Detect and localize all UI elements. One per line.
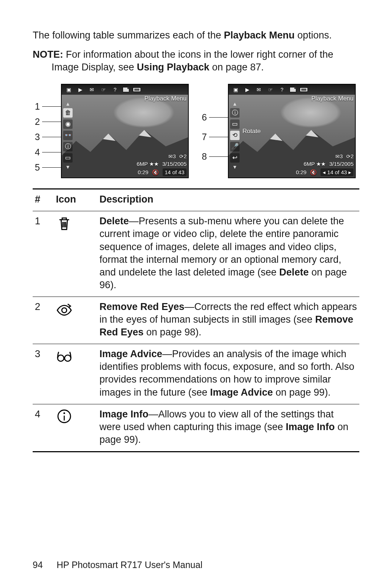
scroll-down-icon: ▼ bbox=[232, 164, 237, 170]
callout-num: 5 bbox=[33, 162, 40, 173]
hand-icon: ☞ bbox=[266, 86, 274, 93]
footer-title: HP Photosmart R717 User's Manual bbox=[57, 559, 203, 571]
menu-trash-icon: 🗑 bbox=[63, 108, 73, 118]
camera-icon: ▣ bbox=[232, 86, 240, 93]
table-row: 3 Image Advice—Provides an analysis of t… bbox=[33, 344, 359, 404]
callout: 2 bbox=[33, 116, 61, 128]
lcd-menu-column: ▲ ⓘ ▭ ⟲ 🎤 ↩ ▼ bbox=[229, 101, 241, 177]
glasses-icon bbox=[54, 344, 97, 404]
callout: 4 bbox=[33, 146, 61, 158]
osd-res: 6MP ★★ bbox=[137, 160, 159, 168]
note-label: NOTE: bbox=[33, 49, 63, 60]
lcd-osd: ✉3⟳2 6MP ★★3/15/2005 0:29🔇◂ 14 of 43 ▸ bbox=[242, 153, 354, 176]
callout: 1 bbox=[33, 101, 61, 113]
osd-counter: 14 of 43 bbox=[163, 168, 187, 176]
screenshot-pair: 1 2 3 4 5 ▣ ▶ ✉ ☞ bbox=[33, 84, 359, 178]
lcd-title: Playback Menu bbox=[311, 95, 354, 103]
cell-num: 1 bbox=[33, 211, 54, 297]
row-ref: Image Info bbox=[286, 421, 335, 432]
svg-point-7 bbox=[58, 355, 64, 361]
callout-num: 7 bbox=[200, 131, 207, 143]
callout-leader bbox=[209, 156, 228, 157]
help-icon: ? bbox=[111, 86, 119, 93]
callout-num: 4 bbox=[33, 146, 40, 158]
intro-post: options. bbox=[295, 30, 332, 41]
callouts-right: 6 7 8 bbox=[200, 84, 228, 178]
menu-glasses-icon: 👓 bbox=[63, 131, 73, 140]
row-ref: Delete bbox=[279, 267, 309, 278]
table-header-row: # Icon Description bbox=[33, 189, 359, 211]
note-paragraph: NOTE: For information about the icons in… bbox=[33, 48, 359, 74]
osd-res: 6MP ★★ bbox=[304, 160, 326, 168]
row-ref: Image Advice bbox=[210, 387, 273, 398]
sd-icon bbox=[290, 87, 296, 92]
cell-num: 2 bbox=[33, 297, 54, 344]
menu-undo-icon: ↩ bbox=[230, 153, 240, 163]
page-footer: 94 HP Photosmart R717 User's Manual bbox=[33, 559, 203, 571]
intro-pre: The following table summarizes each of t… bbox=[33, 30, 224, 41]
cell-desc: Image Info—Allows you to view all of the… bbox=[97, 404, 359, 452]
intro-paragraph: The following table summarizes each of t… bbox=[33, 29, 359, 42]
lcd-screen: ▣ ▶ ✉ ☞ ? Playback Menu ▲ 🗑 ◉ 👓 ⓘ ▭ ▼ bbox=[61, 84, 189, 178]
osd-time: 0:29 bbox=[296, 169, 306, 176]
callouts-left: 1 2 3 4 5 bbox=[33, 84, 61, 178]
redeye-icon bbox=[54, 297, 97, 344]
lcd-selected-label: Rotate bbox=[242, 127, 261, 135]
callout: 3 bbox=[33, 131, 61, 143]
col-head-num: # bbox=[33, 189, 54, 211]
row-tail: on page 99). bbox=[273, 387, 331, 398]
osd-time: 0:29 bbox=[138, 169, 148, 176]
cell-num: 3 bbox=[33, 344, 54, 404]
svg-point-8 bbox=[65, 355, 71, 361]
lcd-osd: ✉3⟳2 6MP ★★3/15/2005 0:29🔇14 of 43 bbox=[75, 153, 187, 176]
menu-info-icon: ⓘ bbox=[230, 108, 240, 118]
svg-point-6 bbox=[62, 308, 66, 313]
table-row: 4 Image Info—Allows you to view all of t… bbox=[33, 404, 359, 452]
battery-icon bbox=[133, 87, 141, 92]
help-icon: ? bbox=[278, 86, 286, 93]
osd-mail-count: ✉3 bbox=[335, 153, 343, 160]
mail-icon: ✉ bbox=[88, 86, 96, 93]
callout-num: 6 bbox=[200, 111, 207, 123]
intro-bold: Playback Menu bbox=[224, 30, 295, 41]
note-ref: Using Playback bbox=[137, 62, 209, 73]
cell-desc: Delete—Presents a sub-menu where you can… bbox=[97, 211, 359, 297]
play-icon: ▶ bbox=[76, 86, 84, 93]
options-table: # Icon Description 1 Delete—Presents a s… bbox=[33, 188, 359, 452]
callout: 8 bbox=[200, 151, 228, 163]
camera-icon: ▣ bbox=[65, 86, 73, 93]
callout-leader bbox=[209, 137, 228, 137]
osd-mail-count: ✉3 bbox=[168, 153, 176, 160]
cell-desc: Remove Red Eyes—Corrects the red effect … bbox=[97, 297, 359, 344]
col-head-icon: Icon bbox=[54, 189, 97, 211]
play-icon: ▶ bbox=[243, 86, 251, 93]
lcd-screen: ▣ ▶ ✉ ☞ ? Playback Menu ▲ ⓘ ▭ ⟲ 🎤 ↩ ▼ bbox=[228, 84, 356, 178]
callout-leader bbox=[42, 106, 61, 107]
callout-leader bbox=[42, 137, 61, 137]
page-number: 94 bbox=[33, 559, 47, 571]
callout-leader bbox=[42, 152, 61, 152]
lcd-menu-column: ▲ 🗑 ◉ 👓 ⓘ ▭ ▼ bbox=[62, 101, 74, 177]
cell-num: 4 bbox=[33, 404, 54, 452]
table-row: 1 Delete—Presents a sub-menu where you c… bbox=[33, 211, 359, 297]
scroll-down-icon: ▼ bbox=[65, 164, 70, 170]
menu-mic-icon: 🎤 bbox=[230, 142, 240, 151]
menu-rotate-icon: ⟲ bbox=[230, 131, 240, 140]
callout: 7 bbox=[200, 131, 228, 143]
osd-print-count: ⟳2 bbox=[179, 153, 187, 160]
osd-print-count: ⟳2 bbox=[346, 153, 354, 160]
callout: 5 bbox=[33, 162, 61, 173]
osd-date: 3/15/2005 bbox=[162, 160, 187, 168]
row-title: Delete bbox=[99, 216, 129, 226]
sd-icon bbox=[123, 87, 129, 92]
battery-icon bbox=[300, 87, 308, 92]
lcd-title: Playback Menu bbox=[144, 95, 187, 103]
callout: 6 bbox=[200, 111, 228, 123]
row-tail: on page 98). bbox=[144, 327, 201, 338]
table-row: 2 Remove Red Eyes—Corrects the red effec… bbox=[33, 297, 359, 344]
callout-leader bbox=[42, 122, 61, 122]
screenshot-left: 1 2 3 4 5 ▣ ▶ ✉ ☞ bbox=[33, 84, 189, 178]
hand-icon: ☞ bbox=[99, 86, 107, 93]
row-title: Image Info bbox=[99, 409, 148, 420]
screenshot-right: 6 7 8 ▣ ▶ ✉ ☞ ? bbox=[200, 84, 356, 178]
